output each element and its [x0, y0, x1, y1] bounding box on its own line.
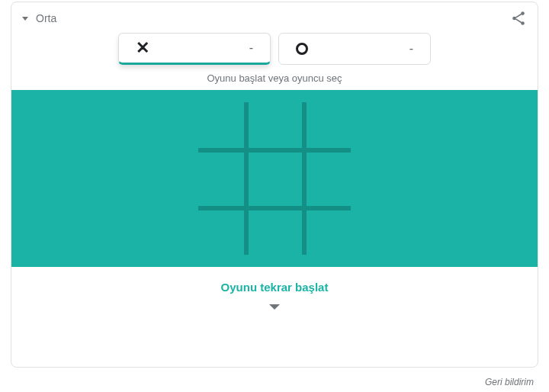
player-selector: ✕ - -: [11, 33, 538, 65]
cell-0-2[interactable]: [303, 92, 361, 149]
share-button[interactable]: [510, 10, 527, 27]
player-o-card[interactable]: -: [278, 33, 431, 65]
cell-1-2[interactable]: [303, 149, 361, 207]
header: Orta: [11, 2, 538, 31]
board-grid: [188, 92, 361, 265]
cell-0-1[interactable]: [246, 92, 303, 149]
restart-button[interactable]: Oyunu tekrar başlat: [11, 267, 538, 301]
instruction-text: Oyunu başlat veya oyuncu seç: [11, 72, 538, 84]
chevron-down-icon: [22, 17, 28, 21]
difficulty-dropdown[interactable]: Orta: [22, 12, 56, 24]
chevron-down-icon: [269, 304, 280, 310]
feedback-link[interactable]: Geri bildirim: [485, 377, 534, 387]
share-icon: [510, 10, 527, 27]
o-score: -: [409, 42, 413, 56]
cell-2-1[interactable]: [246, 207, 303, 265]
expand-button[interactable]: [11, 301, 538, 317]
x-mark-icon: ✕: [136, 40, 149, 56]
o-mark-icon: [296, 43, 308, 55]
cell-2-0[interactable]: [188, 207, 246, 265]
difficulty-label: Orta: [36, 12, 56, 24]
board-area: [11, 90, 538, 267]
x-score: -: [249, 41, 253, 55]
game-card: Orta ✕ - - Oyunu başlat veya oyuncu seç: [11, 2, 538, 368]
cell-2-2[interactable]: [303, 207, 361, 265]
cell-0-0[interactable]: [188, 92, 246, 149]
cell-1-0[interactable]: [188, 149, 246, 207]
cell-1-1[interactable]: [246, 149, 303, 207]
tic-tac-toe-board: [188, 92, 361, 265]
player-x-card[interactable]: ✕ -: [118, 33, 271, 65]
